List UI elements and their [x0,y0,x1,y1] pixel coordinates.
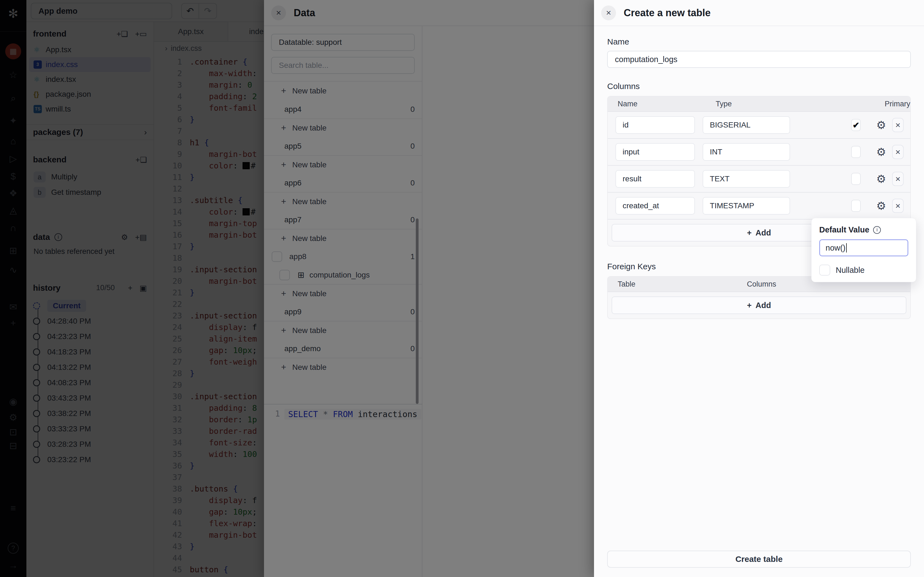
column-type-input[interactable]: INT [703,143,790,161]
fk-add-row: + Add [608,292,910,318]
create-table-drawer: × Create a new table Name computation_lo… [594,0,924,577]
header-columns: Columns [747,280,776,288]
remove-column-button[interactable]: × [892,199,904,213]
header-table: Table [618,280,747,288]
column-name-input[interactable]: created_at [615,197,695,214]
column-name-input[interactable]: result [615,170,695,188]
column-type-input[interactable]: TIMESTAMP [703,197,790,214]
column-type-input[interactable]: TEXT [703,170,790,188]
primary-checkbox[interactable] [851,173,861,185]
remove-column-button[interactable]: × [892,118,904,132]
column-name-input[interactable]: input [615,143,695,161]
default-value-input[interactable]: now() [819,239,908,256]
name-label: Name [607,37,911,47]
column-row-result: resultTEXT⚙× [608,165,910,192]
primary-checkbox[interactable]: ✔ [851,119,861,131]
column-type-input[interactable]: BIGSERIAL [703,116,790,134]
column-row-id: idBIGSERIAL✔⚙× [608,111,910,138]
primary-checkbox[interactable] [851,146,861,158]
header-name: Name [618,100,711,108]
table-name-input[interactable]: computation_logs [607,51,911,68]
nullable-label: Nullable [836,266,864,275]
column-name-input[interactable]: id [615,116,695,134]
column-row-created_at: created_atTIMESTAMP⚙× [608,192,910,219]
create-table-title: Create a new table [624,7,711,19]
dim-overlay-drawer [0,0,594,577]
nullable-checkbox[interactable] [819,264,830,276]
close-icon: × [606,8,611,18]
add-foreign-key-button[interactable]: + Add [612,297,906,314]
info-icon: i [873,226,881,234]
remove-column-button[interactable]: × [892,145,904,159]
create-table-header: × Create a new table [594,0,924,26]
gear-icon[interactable]: ⚙ [876,119,886,131]
gear-icon[interactable]: ⚙ [876,173,886,184]
columns-table-header: Name Type Primary [608,97,910,111]
add-fk-label: Add [755,301,771,310]
plus-icon: + [747,301,751,310]
primary-checkbox[interactable] [851,200,861,212]
header-type: Type [716,100,820,108]
column-row-input: inputINT⚙× [608,138,910,165]
text-cursor [846,243,847,253]
create-table-button[interactable]: Create table [607,551,911,568]
add-column-label: Add [755,228,771,237]
gear-icon[interactable]: ⚙ [876,147,886,158]
remove-column-button[interactable]: × [892,172,904,186]
default-value-popup: Default Value i now() Nullable [811,218,916,282]
default-value-label: Default Value [819,225,869,234]
plus-icon: + [747,228,751,237]
gear-icon[interactable]: ⚙ [876,200,886,211]
header-primary: Primary [885,100,910,108]
default-value-text: now() [825,243,846,253]
foreign-keys-table: Table Columns + Add [607,276,911,319]
columns-label: Columns [607,82,911,91]
close-button[interactable]: × [601,5,616,20]
